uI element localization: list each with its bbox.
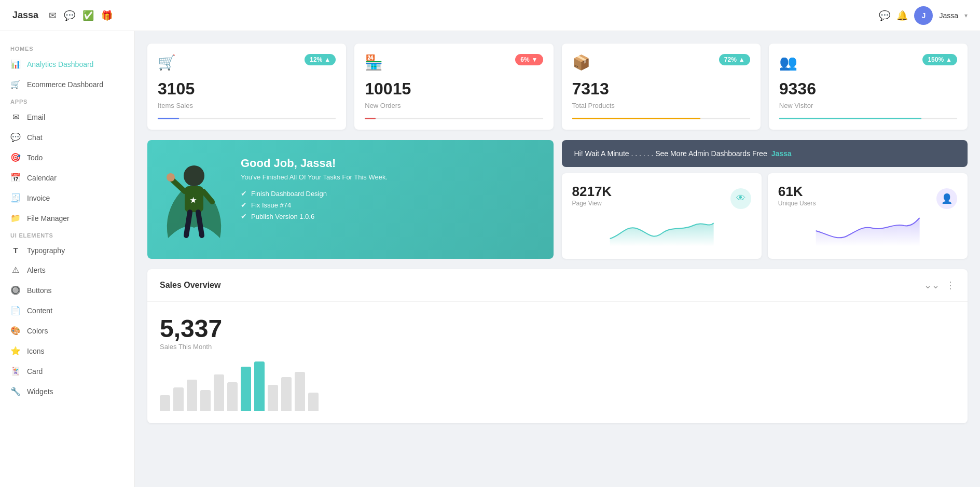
stat-progress-bar <box>365 118 376 119</box>
stat-progress-bar <box>572 118 700 119</box>
metric-header: 61K Unique Users 👤 <box>778 184 957 213</box>
avatar[interactable]: J <box>914 6 933 25</box>
sidebar-item-label: Card <box>27 367 43 375</box>
sidebar-item-label: Content <box>27 307 52 315</box>
metric-cards: 8217K Page View 👁 <box>562 173 968 259</box>
sidebar-section-apps: APPS ✉ Email 💬 Chat 🎯 Todo 📅 Calendar 🧾 … <box>0 94 134 228</box>
sidebar-item-card[interactable]: 🃏 Card <box>0 361 134 381</box>
svg-line-5 <box>198 212 202 235</box>
sidebar-item-buttons[interactable]: 🔘 Buttons <box>0 280 134 300</box>
sidebar-item-todo[interactable]: 🎯 Todo <box>0 147 134 168</box>
file-manager-icon: 📁 <box>10 213 21 223</box>
hero-figure: ★ <box>153 155 236 259</box>
chat-icon[interactable]: 💬 <box>64 10 75 21</box>
bar <box>173 387 184 411</box>
stat-card-header: 🏪 6% ▼ <box>365 54 543 71</box>
icons-nav-icon: ⭐ <box>10 346 21 356</box>
hero-card: ★ Good Job, Jassa! You've Finished All O… <box>147 140 554 259</box>
sidebar-item-label: Calendar <box>27 174 57 182</box>
stat-progress-total-products <box>572 118 750 119</box>
task-label: Publish Version 1.0.6 <box>251 213 314 220</box>
stat-value-new-orders: 10015 <box>365 79 543 99</box>
task-label: Finish Dashboard Design <box>251 190 327 198</box>
stat-badge-items-sales: 12% ▲ <box>305 54 336 65</box>
stat-card-header: 📦 72% ▲ <box>572 54 750 71</box>
sidebar-item-label: Icons <box>27 347 44 355</box>
sidebar-item-file-manager[interactable]: 📁 File Manager <box>0 208 134 228</box>
arrow-up-icon: ▲ <box>324 56 330 63</box>
stat-badge-new-orders: 6% ▼ <box>515 54 543 65</box>
topnav-left: Jassa ✉ 💬 ✅ 🎁 <box>12 10 113 21</box>
svg-point-0 <box>184 165 204 186</box>
sidebar-item-chat[interactable]: 💬 Chat <box>0 127 134 147</box>
stat-card-items-sales: 🛒 12% ▲ 3105 Items Sales <box>147 44 346 130</box>
sidebar-item-invoice[interactable]: 🧾 Invoice <box>0 188 134 208</box>
middle-row: ★ Good Job, Jassa! You've Finished All O… <box>147 140 968 259</box>
stat-value-items-sales: 3105 <box>158 79 336 99</box>
svg-line-4 <box>186 212 190 235</box>
topnav-notification-icons: 💬 🔔 <box>879 10 908 21</box>
sidebar-item-label: Widgets <box>27 387 53 396</box>
gift-icon[interactable]: 🎁 <box>101 10 113 21</box>
stat-value-new-visitor: 9336 <box>779 79 957 99</box>
colors-icon: 🎨 <box>10 326 21 336</box>
layout: HOMES 📊 Analytics Dashboard 🛒 Ecommerce … <box>0 31 980 487</box>
sidebar-item-colors[interactable]: 🎨 Colors <box>0 321 134 341</box>
sales-overview-header: Sales Overview ⌄⌄ ⋮ <box>147 269 968 302</box>
metric-value-unique-users: 61K Unique Users <box>778 184 816 213</box>
more-options-icon[interactable]: ⋮ <box>946 280 955 291</box>
sidebar-item-label: Buttons <box>27 286 51 295</box>
sidebar-section-homes: HOMES 📊 Analytics Dashboard 🛒 Ecommerce … <box>0 41 134 94</box>
announcement-text: Hi! Wait A Minute . . . . . . See More A… <box>574 149 767 158</box>
sidebar-item-label: Alerts <box>27 266 46 274</box>
stat-label-items-sales: Items Sales <box>158 102 336 109</box>
sidebar-section-ui-elements: UI ELEMENTS T Typography ⚠ Alerts 🔘 Butt… <box>0 228 134 401</box>
sidebar-item-icons[interactable]: ⭐ Icons <box>0 341 134 361</box>
content-icon: 📄 <box>10 305 21 315</box>
sidebar: HOMES 📊 Analytics Dashboard 🛒 Ecommerce … <box>0 31 135 487</box>
metric-value: 8217K <box>572 184 612 200</box>
sales-sub-label: Sales This Month <box>160 343 955 351</box>
hero-title: Good Job, Jassa! <box>241 157 537 170</box>
bell-icon[interactable]: 🔔 <box>896 10 908 21</box>
svg-text:★: ★ <box>190 196 197 204</box>
visitor-icon: 👥 <box>779 54 797 71</box>
products-icon: 📦 <box>572 54 590 71</box>
bar <box>214 374 224 411</box>
stat-badge-total-products: 72% ▲ <box>719 54 750 65</box>
metric-header: 8217K Page View 👁 <box>572 184 751 213</box>
typography-icon: T <box>10 246 21 255</box>
buttons-icon: 🔘 <box>10 285 21 295</box>
metric-card-unique-users: 61K Unique Users 👤 <box>768 173 968 259</box>
sidebar-item-calendar[interactable]: 📅 Calendar <box>0 168 134 188</box>
email-icon[interactable]: ✉ <box>49 10 57 21</box>
bar <box>160 395 170 411</box>
store-icon: 🏪 <box>365 54 383 71</box>
stat-card-header: 🛒 12% ▲ <box>158 54 336 71</box>
sidebar-item-email[interactable]: ✉ Email <box>0 107 134 127</box>
checkmark-icon: ✔ <box>241 189 247 198</box>
sidebar-item-label: File Manager <box>27 214 70 222</box>
sidebar-item-alerts[interactable]: ⚠ Alerts <box>0 260 134 280</box>
hero-task-1: ✔ Finish Dashboard Design <box>241 189 537 198</box>
chevron-down-double-icon[interactable]: ⌄⌄ <box>924 280 940 291</box>
sales-overview: Sales Overview ⌄⌄ ⋮ 5,337 Sales This Mon… <box>147 269 968 423</box>
sidebar-item-ecommerce-dashboard[interactable]: 🛒 Ecommerce Dashboard <box>0 74 134 94</box>
sidebar-item-widgets[interactable]: 🔧 Widgets <box>0 381 134 401</box>
unique-users-sparkline <box>778 215 957 246</box>
todo-icon: 🎯 <box>10 152 21 162</box>
user-name: Jassa <box>939 11 958 20</box>
brand-logo: Jassa <box>12 10 38 21</box>
metric-value: 61K <box>778 184 816 200</box>
announcement-name[interactable]: Jassa <box>771 149 792 158</box>
sidebar-item-content[interactable]: 📄 Content <box>0 300 134 321</box>
sidebar-item-typography[interactable]: T Typography <box>0 241 134 260</box>
badge-text: 150% <box>928 56 944 63</box>
stat-card-header: 👥 150% ▲ <box>779 54 957 71</box>
sidebar-item-analytics-dashboard[interactable]: 📊 Analytics Dashboard <box>0 54 134 74</box>
check-icon[interactable]: ✅ <box>82 10 94 21</box>
stat-card-new-visitor: 👥 150% ▲ 9336 New Visitor <box>769 44 968 130</box>
sales-overview-title: Sales Overview <box>160 281 220 290</box>
cart-icon: 🛒 <box>158 54 176 71</box>
message-icon[interactable]: 💬 <box>879 10 890 21</box>
